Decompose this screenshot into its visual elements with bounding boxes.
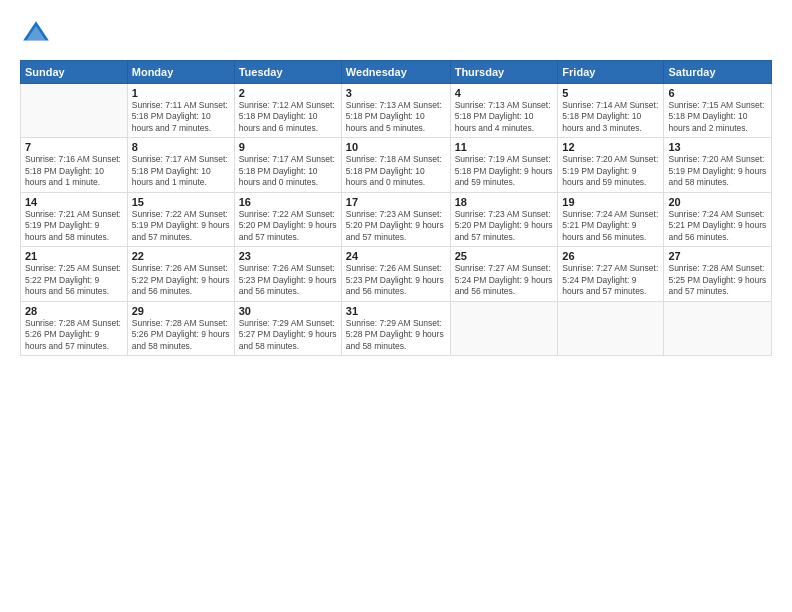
weekday-header-tuesday: Tuesday (234, 61, 341, 84)
day-info: Sunrise: 7:23 AM Sunset: 5:20 PM Dayligh… (346, 209, 446, 243)
logo-icon (20, 18, 52, 50)
day-cell: 24Sunrise: 7:26 AM Sunset: 5:23 PM Dayli… (341, 247, 450, 301)
week-row-1: 1Sunrise: 7:11 AM Sunset: 5:18 PM Daylig… (21, 84, 772, 138)
day-cell: 23Sunrise: 7:26 AM Sunset: 5:23 PM Dayli… (234, 247, 341, 301)
page: SundayMondayTuesdayWednesdayThursdayFrid… (0, 0, 792, 612)
day-number: 27 (668, 250, 767, 262)
day-cell: 26Sunrise: 7:27 AM Sunset: 5:24 PM Dayli… (558, 247, 664, 301)
day-number: 7 (25, 141, 123, 153)
day-number: 14 (25, 196, 123, 208)
day-info: Sunrise: 7:21 AM Sunset: 5:19 PM Dayligh… (25, 209, 123, 243)
day-cell (664, 301, 772, 355)
day-number: 26 (562, 250, 659, 262)
day-number: 18 (455, 196, 554, 208)
day-number: 16 (239, 196, 337, 208)
day-cell (21, 84, 128, 138)
day-cell: 14Sunrise: 7:21 AM Sunset: 5:19 PM Dayli… (21, 192, 128, 246)
day-info: Sunrise: 7:26 AM Sunset: 5:23 PM Dayligh… (239, 263, 337, 297)
day-cell: 20Sunrise: 7:24 AM Sunset: 5:21 PM Dayli… (664, 192, 772, 246)
day-number: 10 (346, 141, 446, 153)
weekday-header-row: SundayMondayTuesdayWednesdayThursdayFrid… (21, 61, 772, 84)
day-info: Sunrise: 7:26 AM Sunset: 5:22 PM Dayligh… (132, 263, 230, 297)
day-cell: 27Sunrise: 7:28 AM Sunset: 5:25 PM Dayli… (664, 247, 772, 301)
day-info: Sunrise: 7:24 AM Sunset: 5:21 PM Dayligh… (562, 209, 659, 243)
day-number: 21 (25, 250, 123, 262)
day-info: Sunrise: 7:22 AM Sunset: 5:20 PM Dayligh… (239, 209, 337, 243)
day-number: 19 (562, 196, 659, 208)
day-number: 2 (239, 87, 337, 99)
day-cell: 17Sunrise: 7:23 AM Sunset: 5:20 PM Dayli… (341, 192, 450, 246)
day-number: 22 (132, 250, 230, 262)
day-cell: 7Sunrise: 7:16 AM Sunset: 5:18 PM Daylig… (21, 138, 128, 192)
weekday-header-sunday: Sunday (21, 61, 128, 84)
day-number: 17 (346, 196, 446, 208)
day-cell: 2Sunrise: 7:12 AM Sunset: 5:18 PM Daylig… (234, 84, 341, 138)
day-info: Sunrise: 7:28 AM Sunset: 5:25 PM Dayligh… (668, 263, 767, 297)
day-number: 4 (455, 87, 554, 99)
day-info: Sunrise: 7:20 AM Sunset: 5:19 PM Dayligh… (668, 154, 767, 188)
weekday-header-wednesday: Wednesday (341, 61, 450, 84)
week-row-4: 21Sunrise: 7:25 AM Sunset: 5:22 PM Dayli… (21, 247, 772, 301)
day-info: Sunrise: 7:15 AM Sunset: 5:18 PM Dayligh… (668, 100, 767, 134)
day-number: 3 (346, 87, 446, 99)
day-cell: 1Sunrise: 7:11 AM Sunset: 5:18 PM Daylig… (127, 84, 234, 138)
day-info: Sunrise: 7:22 AM Sunset: 5:19 PM Dayligh… (132, 209, 230, 243)
weekday-header-saturday: Saturday (664, 61, 772, 84)
day-info: Sunrise: 7:25 AM Sunset: 5:22 PM Dayligh… (25, 263, 123, 297)
day-number: 25 (455, 250, 554, 262)
day-info: Sunrise: 7:29 AM Sunset: 5:27 PM Dayligh… (239, 318, 337, 352)
day-cell: 30Sunrise: 7:29 AM Sunset: 5:27 PM Dayli… (234, 301, 341, 355)
day-cell (558, 301, 664, 355)
day-cell: 16Sunrise: 7:22 AM Sunset: 5:20 PM Dayli… (234, 192, 341, 246)
day-number: 8 (132, 141, 230, 153)
day-number: 24 (346, 250, 446, 262)
day-cell: 8Sunrise: 7:17 AM Sunset: 5:18 PM Daylig… (127, 138, 234, 192)
day-cell: 9Sunrise: 7:17 AM Sunset: 5:18 PM Daylig… (234, 138, 341, 192)
day-cell: 21Sunrise: 7:25 AM Sunset: 5:22 PM Dayli… (21, 247, 128, 301)
day-info: Sunrise: 7:13 AM Sunset: 5:18 PM Dayligh… (346, 100, 446, 134)
week-row-2: 7Sunrise: 7:16 AM Sunset: 5:18 PM Daylig… (21, 138, 772, 192)
day-info: Sunrise: 7:17 AM Sunset: 5:18 PM Dayligh… (132, 154, 230, 188)
day-cell: 22Sunrise: 7:26 AM Sunset: 5:22 PM Dayli… (127, 247, 234, 301)
day-info: Sunrise: 7:27 AM Sunset: 5:24 PM Dayligh… (562, 263, 659, 297)
day-cell: 19Sunrise: 7:24 AM Sunset: 5:21 PM Dayli… (558, 192, 664, 246)
day-cell: 25Sunrise: 7:27 AM Sunset: 5:24 PM Dayli… (450, 247, 558, 301)
day-number: 9 (239, 141, 337, 153)
day-info: Sunrise: 7:28 AM Sunset: 5:26 PM Dayligh… (25, 318, 123, 352)
day-cell: 28Sunrise: 7:28 AM Sunset: 5:26 PM Dayli… (21, 301, 128, 355)
day-number: 6 (668, 87, 767, 99)
header (20, 18, 772, 50)
day-cell: 18Sunrise: 7:23 AM Sunset: 5:20 PM Dayli… (450, 192, 558, 246)
calendar: SundayMondayTuesdayWednesdayThursdayFrid… (20, 60, 772, 356)
day-info: Sunrise: 7:14 AM Sunset: 5:18 PM Dayligh… (562, 100, 659, 134)
weekday-header-monday: Monday (127, 61, 234, 84)
weekday-header-thursday: Thursday (450, 61, 558, 84)
day-info: Sunrise: 7:29 AM Sunset: 5:28 PM Dayligh… (346, 318, 446, 352)
day-number: 12 (562, 141, 659, 153)
weekday-header-friday: Friday (558, 61, 664, 84)
day-number: 31 (346, 305, 446, 317)
day-info: Sunrise: 7:11 AM Sunset: 5:18 PM Dayligh… (132, 100, 230, 134)
day-cell: 29Sunrise: 7:28 AM Sunset: 5:26 PM Dayli… (127, 301, 234, 355)
day-info: Sunrise: 7:28 AM Sunset: 5:26 PM Dayligh… (132, 318, 230, 352)
day-number: 1 (132, 87, 230, 99)
day-info: Sunrise: 7:16 AM Sunset: 5:18 PM Dayligh… (25, 154, 123, 188)
day-number: 23 (239, 250, 337, 262)
day-cell: 3Sunrise: 7:13 AM Sunset: 5:18 PM Daylig… (341, 84, 450, 138)
day-number: 13 (668, 141, 767, 153)
day-info: Sunrise: 7:23 AM Sunset: 5:20 PM Dayligh… (455, 209, 554, 243)
week-row-5: 28Sunrise: 7:28 AM Sunset: 5:26 PM Dayli… (21, 301, 772, 355)
day-cell: 6Sunrise: 7:15 AM Sunset: 5:18 PM Daylig… (664, 84, 772, 138)
day-cell: 5Sunrise: 7:14 AM Sunset: 5:18 PM Daylig… (558, 84, 664, 138)
day-cell: 10Sunrise: 7:18 AM Sunset: 5:18 PM Dayli… (341, 138, 450, 192)
day-info: Sunrise: 7:20 AM Sunset: 5:19 PM Dayligh… (562, 154, 659, 188)
day-number: 15 (132, 196, 230, 208)
day-number: 5 (562, 87, 659, 99)
day-cell: 13Sunrise: 7:20 AM Sunset: 5:19 PM Dayli… (664, 138, 772, 192)
logo (20, 18, 56, 50)
day-number: 20 (668, 196, 767, 208)
day-number: 28 (25, 305, 123, 317)
day-cell: 11Sunrise: 7:19 AM Sunset: 5:18 PM Dayli… (450, 138, 558, 192)
day-cell (450, 301, 558, 355)
day-info: Sunrise: 7:17 AM Sunset: 5:18 PM Dayligh… (239, 154, 337, 188)
